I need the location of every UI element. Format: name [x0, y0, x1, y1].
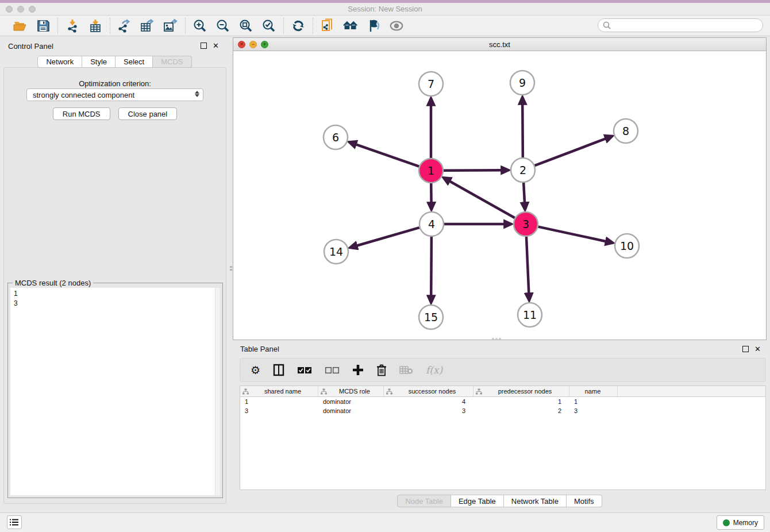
- float-panel-icon[interactable]: [201, 43, 207, 49]
- table-panel-title: Table Panel: [240, 345, 279, 353]
- cell-name[interactable]: 3: [569, 407, 618, 414]
- cell-predecessor_nodes[interactable]: 1: [473, 398, 569, 405]
- node-label-10: 10: [620, 240, 634, 252]
- delete-column-icon[interactable]: [376, 364, 387, 376]
- close-panel-icon[interactable]: ✕: [213, 42, 219, 49]
- panel-divider-handle[interactable]: [229, 263, 232, 273]
- mcds-result-legend: MCDS result (2 nodes): [13, 279, 93, 287]
- cell-mcds_role[interactable]: dominator: [318, 398, 384, 405]
- delete-table-icon[interactable]: [399, 365, 413, 375]
- cell-successor_nodes[interactable]: 3: [384, 407, 473, 414]
- tab-network[interactable]: Network: [37, 56, 82, 68]
- clone-network-icon[interactable]: [320, 18, 335, 33]
- optimization-criterion-label: Optimization criterion:: [4, 79, 226, 88]
- column-header-mcds_role[interactable]: MCDS role: [318, 386, 384, 396]
- task-history-button[interactable]: [7, 515, 22, 529]
- mcds-panel: Optimization criterion: strongly connect…: [3, 67, 226, 504]
- result-scrollbar[interactable]: [215, 288, 220, 495]
- table-close-panel-icon[interactable]: ✕: [754, 345, 761, 353]
- table-row[interactable]: 1dominator411: [240, 397, 765, 406]
- export-image-icon[interactable]: [163, 18, 178, 33]
- status-bar: Memory: [0, 512, 770, 532]
- edge-4-14[interactable]: [357, 228, 419, 246]
- export-table-icon[interactable]: [140, 18, 155, 33]
- column-header-shared_name[interactable]: shared name: [240, 386, 318, 396]
- list-icon: [10, 518, 19, 526]
- criterion-dropdown[interactable]: strongly connected component: [26, 88, 203, 101]
- table-settings-icon[interactable]: ⚙: [251, 364, 260, 376]
- edge-1-2[interactable]: [444, 170, 502, 171]
- edge-2-8[interactable]: [535, 138, 606, 165]
- column-visibility-icon[interactable]: [273, 364, 284, 376]
- node-label-7: 7: [428, 78, 434, 90]
- edge-1-6[interactable]: [356, 144, 419, 167]
- search-icon: [603, 21, 611, 29]
- cell-name[interactable]: 1: [569, 398, 618, 405]
- control-panel-header: Control Panel ✕: [0, 37, 229, 55]
- tab-mcds[interactable]: MCDS: [153, 56, 191, 68]
- tab-node-table[interactable]: Node Table: [397, 495, 451, 507]
- cell-predecessor_nodes[interactable]: 2: [473, 407, 569, 414]
- open-session-icon[interactable]: [13, 18, 28, 33]
- zoom-in-icon[interactable]: [192, 18, 207, 33]
- select-all-icon[interactable]: [297, 367, 312, 374]
- apply-style-icon[interactable]: [366, 18, 381, 33]
- window-divider-handle[interactable]: [492, 338, 501, 340]
- home-icon[interactable]: [343, 18, 358, 33]
- table-float-panel-icon[interactable]: [742, 346, 749, 352]
- sort-tree-icon: [386, 388, 392, 395]
- tab-style[interactable]: Style: [82, 56, 116, 68]
- import-network-icon[interactable]: [65, 18, 80, 33]
- cell-shared_name[interactable]: 3: [240, 407, 318, 414]
- network-canvas[interactable]: 7968124314101511: [233, 51, 766, 340]
- node-table[interactable]: shared nameMCDS rolesuccessor nodesprede…: [240, 385, 766, 490]
- save-session-icon[interactable]: [36, 18, 51, 33]
- deselect-all-icon[interactable]: [325, 367, 340, 374]
- column-header-successor_nodes[interactable]: successor nodes: [384, 386, 473, 396]
- column-header-predecessor_nodes[interactable]: predecessor nodes: [473, 386, 569, 396]
- show-hide-icon[interactable]: [389, 18, 404, 33]
- main-toolbar: [0, 16, 770, 36]
- network-graph[interactable]: 7968124314101511: [233, 51, 766, 340]
- mcds-result-list[interactable]: 1 3: [10, 288, 220, 495]
- mcds-result-group: MCDS result (2 nodes) 1 3: [7, 283, 223, 498]
- search-box[interactable]: [598, 18, 763, 32]
- edge-2-9[interactable]: [522, 104, 523, 157]
- node-label-14: 14: [329, 245, 343, 258]
- network-window-title: scc.txt: [233, 40, 766, 49]
- cell-successor_nodes[interactable]: 4: [384, 398, 473, 405]
- node-label-3: 3: [522, 218, 529, 230]
- memory-status-icon: [723, 519, 730, 526]
- run-mcds-button[interactable]: Run MCDS: [53, 107, 110, 120]
- app-titlebar: Session: New Session: [0, 3, 770, 16]
- table-row[interactable]: 3dominator323: [240, 406, 765, 415]
- memory-button[interactable]: Memory: [717, 515, 764, 530]
- column-header-name[interactable]: name: [569, 386, 618, 396]
- node-label-6: 6: [332, 131, 339, 144]
- refresh-icon[interactable]: [291, 18, 306, 33]
- edge-3-11[interactable]: [526, 237, 529, 294]
- cell-mcds_role[interactable]: dominator: [318, 407, 384, 414]
- edge-3-10[interactable]: [538, 227, 606, 242]
- table-panel-tabs: Node TableEdge TableNetwork TableMotifs: [233, 495, 767, 507]
- search-input[interactable]: [611, 21, 754, 29]
- tab-network-table[interactable]: Network Table: [504, 495, 567, 507]
- node-label-1: 1: [428, 164, 434, 177]
- tab-select[interactable]: Select: [116, 56, 153, 68]
- edge-4-15[interactable]: [431, 237, 432, 296]
- tab-motifs[interactable]: Motifs: [567, 495, 602, 507]
- export-network-icon[interactable]: [117, 18, 132, 33]
- zoom-out-icon[interactable]: [215, 18, 230, 33]
- tab-edge-table[interactable]: Edge Table: [451, 495, 504, 507]
- edge-3-1[interactable]: [449, 181, 515, 218]
- zoom-fit-icon[interactable]: [238, 18, 253, 33]
- zoom-selected-icon[interactable]: [261, 18, 276, 33]
- import-table-icon[interactable]: [88, 18, 103, 33]
- function-builder-icon[interactable]: f(x): [426, 364, 442, 376]
- add-column-icon[interactable]: [352, 364, 364, 376]
- edge-2-3[interactable]: [523, 183, 525, 203]
- close-panel-button[interactable]: Close panel: [118, 107, 178, 120]
- cell-shared_name[interactable]: 1: [240, 398, 318, 405]
- network-window-titlebar[interactable]: ✕ − + scc.txt: [233, 38, 766, 51]
- criterion-value: strongly connected component: [33, 91, 134, 99]
